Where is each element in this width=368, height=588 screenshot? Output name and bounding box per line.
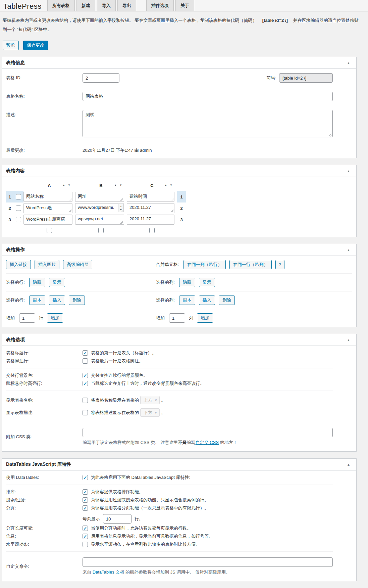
- panel-title: 表格选项: [6, 337, 25, 343]
- save-changes-button[interactable]: 保存更改: [23, 41, 48, 50]
- panel-table-options-header: 表格选项 ▲: [2, 334, 356, 346]
- cell-textarea[interactable]: WordPress迷: [23, 203, 72, 213]
- per-page-input[interactable]: [103, 514, 132, 524]
- per-page-pre-label: 每页显示: [83, 516, 100, 522]
- collapse-panel-button[interactable]: ▲: [345, 61, 352, 65]
- row-number-right: 3: [177, 214, 186, 225]
- shortcode-readonly-field[interactable]: [table id=2 /]: [279, 73, 333, 83]
- hide-cols-button[interactable]: 隐藏: [179, 278, 195, 287]
- tab-export[interactable]: 导出: [117, 0, 136, 11]
- custom-commands-input[interactable]: [83, 557, 333, 567]
- insert-link-button[interactable]: 插入链接: [6, 260, 31, 269]
- show-desc-checkbox[interactable]: [83, 410, 88, 415]
- sort-desc-icon[interactable]: ▼: [119, 184, 122, 187]
- tab-plugin-options[interactable]: 插件选项: [146, 0, 174, 11]
- collapse-panel-button[interactable]: ▲: [345, 248, 352, 252]
- table-name-input[interactable]: [83, 92, 333, 101]
- tab-about[interactable]: 关于: [175, 0, 194, 11]
- cell-textarea[interactable]: www.wordpressmi.: [75, 203, 124, 213]
- cell-textarea[interactable]: WordPress主题商店: [23, 215, 72, 225]
- cell-textarea[interactable]: 2020.11.27: [127, 215, 174, 225]
- show-cols-button[interactable]: 显示: [199, 278, 215, 287]
- column-select-checkbox[interactable]: [98, 228, 104, 233]
- use-datatables-checkbox[interactable]: [83, 475, 88, 480]
- combine-colspan-button[interactable]: 在同一行（跨列）: [229, 260, 272, 269]
- cell-spinner[interactable]: ▲▼: [118, 204, 124, 212]
- cell-textarea[interactable]: 网址: [75, 192, 124, 202]
- option-hover: 鼠标悬停时高亮行: 当鼠标选定在某行上方时，通过改变背景颜色来高亮该行。: [6, 379, 333, 388]
- length-change-checkbox[interactable]: [83, 526, 88, 531]
- preview-button[interactable]: 预览: [3, 41, 19, 50]
- filtering-checkbox[interactable]: [83, 497, 88, 503]
- advanced-editor-button[interactable]: 高级编辑器: [63, 260, 92, 269]
- sort-asc-icon[interactable]: ▲: [62, 184, 65, 187]
- intro-line2: 到一个 “短代码” 区块中。: [3, 27, 52, 32]
- cell-textarea[interactable]: wp.wpwp.net: [75, 215, 124, 225]
- grid-corner: [13, 225, 23, 235]
- rows-unit-label: 行: [39, 315, 43, 321]
- column-select-checkbox[interactable]: [47, 228, 52, 233]
- cell-textarea[interactable]: 网站名称: [23, 192, 72, 202]
- table-description-label: 描述:: [6, 110, 83, 118]
- combine-rowspan-button[interactable]: 在同一列（跨行）: [183, 260, 226, 269]
- column-select-checkbox[interactable]: [149, 228, 155, 233]
- cell-textarea[interactable]: 建站时间: [127, 192, 174, 202]
- duplicate-cols-button[interactable]: 副本: [179, 296, 195, 305]
- shortcode-inline: [table id=2 /]: [262, 18, 288, 23]
- tab-add-new[interactable]: 新建: [76, 0, 95, 11]
- css-class-input[interactable]: [83, 428, 333, 437]
- insert-cols-button[interactable]: 插入: [199, 296, 215, 305]
- add-rows-button[interactable]: 增加: [47, 313, 63, 323]
- collapse-arrow-icon: ▲: [347, 169, 350, 173]
- delete-cols-button[interactable]: 删除: [219, 296, 235, 305]
- footer-row-checkbox[interactable]: [83, 358, 88, 364]
- row-number: 2: [6, 202, 13, 214]
- sort-asc-icon[interactable]: ▲: [164, 184, 167, 187]
- table-id-input[interactable]: [83, 73, 119, 83]
- desc-position-select[interactable]: 下方∨: [140, 408, 160, 417]
- chevron-down-icon: ∨: [155, 411, 157, 414]
- combine-help-button[interactable]: ?: [275, 260, 284, 269]
- cell-textarea[interactable]: 2020.11.27: [127, 203, 174, 213]
- row-select-checkbox[interactable]: [16, 217, 21, 222]
- add-rows-count-input[interactable]: [19, 313, 35, 323]
- show-rows-button[interactable]: 显示: [49, 278, 65, 287]
- manipulation-row-3: 选择的行: 副本 插入 删除 选择的列: 副本 插入 删除: [6, 291, 352, 309]
- add-cols-button[interactable]: 增加: [197, 313, 213, 323]
- insert-rows-button[interactable]: 插入: [49, 296, 65, 305]
- tab-all-tables[interactable]: 所有表格: [47, 0, 75, 11]
- collapse-panel-button[interactable]: ▲: [345, 169, 352, 173]
- collapse-panel-button[interactable]: ▲: [345, 338, 352, 342]
- sort-asc-icon[interactable]: ▲: [114, 184, 117, 187]
- pagination-checkbox[interactable]: [83, 505, 88, 511]
- sorting-checkbox[interactable]: [83, 489, 88, 495]
- show-name-checkbox[interactable]: [83, 398, 88, 403]
- option-text: 为访客提供表格排序功能。: [91, 489, 143, 495]
- alternating-checkbox[interactable]: [83, 373, 88, 378]
- custom-css-link[interactable]: 自定义 CSS: [196, 440, 219, 445]
- horizontal-scroll-checkbox[interactable]: [83, 542, 88, 547]
- table-description-textarea[interactable]: 测试: [83, 110, 333, 137]
- collapse-panel-button[interactable]: ▲: [345, 463, 352, 466]
- name-position-select[interactable]: 上方∨: [140, 396, 160, 404]
- option-label: 水平滚动条:: [6, 541, 83, 547]
- option-sort: 排序: 为访客提供表格排序功能。: [6, 488, 333, 496]
- option-label: 鼠标悬停时高亮行:: [6, 380, 83, 387]
- info-checkbox[interactable]: [83, 534, 88, 539]
- sort-desc-icon[interactable]: ▼: [68, 184, 70, 187]
- duplicate-rows-button[interactable]: 副本: [29, 296, 45, 305]
- delete-rows-button[interactable]: 删除: [69, 296, 85, 305]
- option-filter: 搜索/过滤: 为访客启用过滤或搜索表格的功能。只显示包含搜索词的行。: [6, 496, 333, 504]
- header-row-checkbox[interactable]: [83, 350, 88, 356]
- hover-highlight-checkbox[interactable]: [83, 381, 88, 386]
- tab-import[interactable]: 导入: [97, 0, 116, 11]
- sort-desc-icon[interactable]: ▼: [170, 184, 172, 187]
- add-cols-count-input[interactable]: [169, 313, 185, 323]
- row-select-checkbox[interactable]: [16, 194, 21, 199]
- datatables-doc-link[interactable]: DataTables 文档: [93, 570, 124, 575]
- row-select-checkbox[interactable]: [16, 206, 21, 211]
- insert-image-button[interactable]: 插入图片: [35, 260, 59, 269]
- hide-rows-button[interactable]: 隐藏: [29, 278, 45, 287]
- help-text: 编写用于设定表格样式的附加 CSS 类。 注意这里: [83, 440, 178, 445]
- last-modified-value: 2020年11月27日 下午1:47 由 admin: [83, 147, 152, 153]
